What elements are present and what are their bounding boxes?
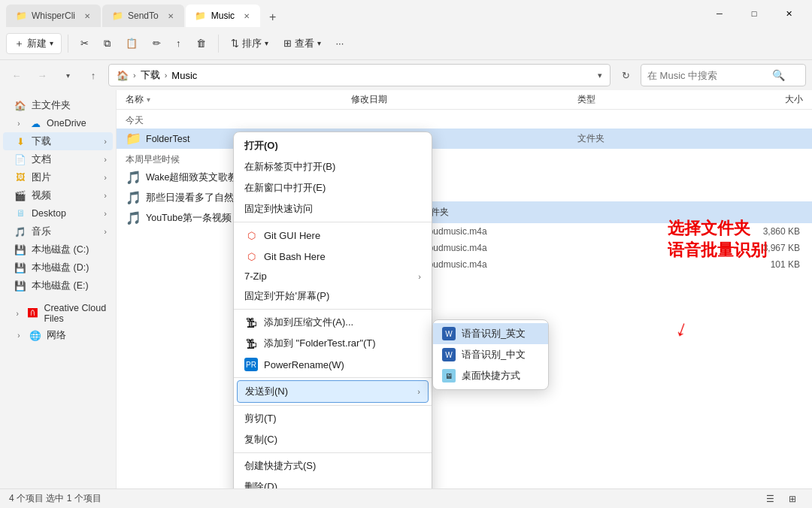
search-box[interactable]: 🔍 (641, 64, 806, 86)
cm-open-label: 打开(O) (244, 139, 278, 153)
view-list-button[interactable]: ☰ (759, 491, 780, 507)
new-button[interactable]: ＋ 新建 ▾ (6, 33, 62, 54)
cm-delete[interactable]: 删除(D) (234, 476, 432, 488)
sidebar-item-download[interactable]: ⬇ 下载 › (3, 132, 113, 150)
history-button[interactable]: ▾ (57, 65, 78, 86)
more-button[interactable]: ··· (330, 35, 350, 52)
right-item-2[interactable]: cloudmusic.m4a 3,967 KB (410, 240, 812, 256)
tab-music[interactable]: 📁 Music ✕ (186, 5, 260, 27)
sidebar-item-doc[interactable]: 📄 文档 › (3, 150, 113, 168)
cm-open-newwin[interactable]: 在新窗口中打开(E) (234, 177, 432, 198)
sidebar-item-desktop[interactable]: 🖥 Desktop › (3, 204, 113, 222)
new-tab-button[interactable]: + (262, 8, 283, 27)
maximize-button[interactable]: □ (737, 2, 771, 25)
network-expand-icon: › (14, 330, 24, 340)
cm-copy[interactable]: 复制(C) (234, 429, 432, 450)
col-name-label: 名称 (126, 93, 144, 106)
cm-pin-quick[interactable]: 固定到快速访问 (234, 198, 432, 219)
sidebar-item-network[interactable]: › 🌐 网络 (3, 326, 113, 344)
rename-button[interactable]: ✏ (147, 35, 167, 52)
sidebar-item-onedrive[interactable]: › ☁ OneDrive (3, 114, 113, 132)
sidebar-item-home[interactable]: 🏠 主文件夹 (3, 96, 113, 114)
col-date-label: 修改日期 (351, 93, 387, 106)
music-icon: 🎵 (14, 225, 27, 238)
cm-sep4 (234, 405, 432, 406)
cm-create-shortcut[interactable]: 创建快捷方式(S) (234, 455, 432, 476)
copy-button[interactable]: ⧉ (98, 35, 117, 53)
cm-create-shortcut-label: 创建快捷方式(S) (244, 459, 316, 473)
diskd-icon: 💾 (14, 261, 27, 274)
breadcrumb[interactable]: 🏠 › 下载 › Music ▾ (108, 64, 611, 86)
cm-pin-start[interactable]: 固定到'开始'屏幕(P) (234, 286, 432, 307)
right-item-3[interactable]: cloudmusic.m4a 101 KB (410, 256, 812, 273)
minimize-button[interactable]: ─ (702, 2, 737, 25)
col-size[interactable]: 大小 (690, 93, 803, 106)
sidebar-item-diske[interactable]: 💾 本地磁盘 (E:) (3, 277, 113, 295)
table-row[interactable]: 🎵 Wake超细致英文歌教学.m4a (117, 168, 812, 188)
breadcrumb-sep2: › (165, 71, 168, 80)
sort-button[interactable]: ⇅ 排序 ▾ (225, 34, 274, 53)
cut-button[interactable]: ✂ (74, 35, 95, 52)
paste-button[interactable]: 📋 (120, 35, 144, 52)
sidebar-item-diskd[interactable]: 💾 本地磁盘 (D:) (3, 259, 113, 277)
col-name[interactable]: 名称 ▾ (126, 93, 351, 106)
close-button[interactable]: ✕ (771, 2, 806, 25)
cm-powerrename[interactable]: PR PowerRename(W) (234, 354, 432, 375)
up-button[interactable]: ↑ (83, 65, 104, 86)
table-row[interactable]: 📁 FolderTest 文件夹 (117, 129, 812, 149)
sidebar-item-pic[interactable]: 🖼 图片 › (3, 168, 113, 186)
view-button[interactable]: ⊞ 查看 ▾ (277, 34, 327, 53)
cm-open-newtab-label: 在新标签页中打开(B) (244, 160, 335, 174)
view-grid-button[interactable]: ⊞ (782, 491, 803, 507)
tab-whispercli-label: WhisperCli (32, 11, 75, 21)
git-bash-icon: ⬡ (244, 249, 258, 263)
col-date[interactable]: 修改日期 (351, 93, 577, 106)
cm-delete-label: 删除(D) (244, 480, 277, 488)
cm-open[interactable]: 打开(O) (234, 135, 432, 156)
tab-sendto[interactable]: 📁 SendTo ✕ (102, 5, 184, 27)
sidebar-item-music[interactable]: 🎵 音乐 › (3, 222, 113, 240)
forward-button[interactable]: → (32, 65, 53, 86)
cm-add-rar[interactable]: 🗜 添加到 "FolderTest.rar"(T) (234, 333, 432, 354)
cm-copy-label: 复制(C) (244, 433, 277, 446)
share-button[interactable]: ↑ (170, 35, 187, 52)
cm-sendto[interactable]: 发送到(N) › (237, 380, 429, 403)
sidebar-item-diskc[interactable]: 💾 本地磁盘 (C:) (3, 240, 113, 259)
cm-add-archive[interactable]: 🗜 添加到压缩文件(A)... (234, 312, 432, 333)
cm-git-gui-label: Git GUI Here (264, 230, 320, 241)
sidebar-video-label: 视频 (32, 189, 51, 202)
sm-english[interactable]: W 语音识别_英文 (433, 323, 548, 344)
pic-icon: 🖼 (14, 171, 27, 184)
tab-whispercli[interactable]: 📁 WhisperCli ✕ (6, 5, 101, 27)
sidebar-item-video[interactable]: 🎬 视频 › (3, 186, 113, 204)
delete-button[interactable]: 🗑 (190, 35, 212, 52)
sm-chinese[interactable]: W 语音识别_中文 (433, 344, 548, 365)
tab-whispercli-close[interactable]: ✕ (83, 11, 92, 22)
sidebar-doc-label: 文档 (32, 153, 51, 166)
titlebar: 📁 WhisperCli ✕ 📁 SendTo ✕ 📁 Music ✕ + ─ … (0, 0, 812, 27)
cm-git-gui[interactable]: ⬡ Git GUI Here (234, 225, 432, 246)
cut-icon: ✂ (80, 38, 89, 49)
cm-sep5 (234, 452, 432, 453)
cm-cut[interactable]: 剪切(T) (234, 408, 432, 429)
search-input[interactable] (647, 70, 768, 81)
right-item-1[interactable]: cloudmusic.m4a 3,860 KB (410, 223, 812, 240)
sm-desktop-shortcut[interactable]: 🖥 桌面快捷方式 (433, 365, 548, 386)
toolbar: ＋ 新建 ▾ ✂ ⧉ 📋 ✏ ↑ 🗑 ⇅ 排序 ▾ ⊞ 查看 ▾ ··· (0, 27, 812, 60)
col-type[interactable]: 类型 (577, 93, 690, 106)
tab-music-close[interactable]: ✕ (242, 11, 251, 22)
cm-open-newtab[interactable]: 在新标签页中打开(B) (234, 156, 432, 177)
sidebar-item-cc[interactable]: › 🅰 Creative Cloud Files (3, 301, 113, 326)
refresh-button[interactable]: ↻ (615, 65, 636, 86)
folder-icon: 📁 (126, 131, 141, 147)
col-size-label: 大小 (785, 93, 803, 106)
sidebar-download-arrow: › (104, 137, 107, 146)
cm-git-bash[interactable]: ⬡ Git Bash Here (234, 246, 432, 267)
tab-sendto-close[interactable]: ✕ (166, 11, 175, 22)
back-button[interactable]: ← (6, 65, 27, 86)
cm-sendto-arrow: › (417, 387, 420, 396)
col-name-sort-icon: ▾ (147, 95, 150, 104)
cm-7zip[interactable]: 7-Zip › (234, 267, 432, 286)
sidebar-download-label: 下载 (32, 135, 51, 148)
git-gui-icon: ⬡ (244, 228, 258, 242)
